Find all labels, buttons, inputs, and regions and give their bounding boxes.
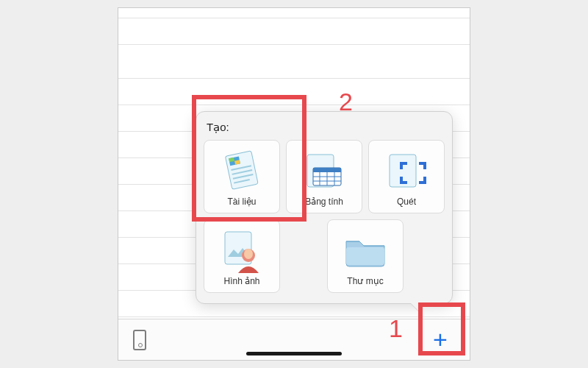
app-frame: Tạo: <box>118 7 470 361</box>
tile-label: Thư mục <box>347 276 383 286</box>
image-person-icon <box>207 224 276 276</box>
tile-document[interactable]: Tài liệu <box>204 140 280 213</box>
document-icon <box>207 145 276 197</box>
tile-label: Hình ảnh <box>223 276 259 286</box>
tile-spreadsheet[interactable]: Bảng tính <box>286 140 362 213</box>
tile-label: Tài liệu <box>227 197 256 207</box>
device-icon[interactable] <box>133 330 146 350</box>
tile-label: Bảng tính <box>305 197 343 207</box>
svg-rect-0 <box>225 151 258 189</box>
popover-title: Tạo: <box>207 121 445 134</box>
svg-rect-20 <box>346 247 384 265</box>
home-indicator[interactable] <box>246 352 342 355</box>
tile-scan[interactable]: Quét <box>368 140 445 213</box>
create-popover: Tạo: <box>196 111 453 304</box>
svg-point-19 <box>244 249 253 259</box>
tile-label: Quét <box>397 197 416 207</box>
spreadsheet-icon <box>290 145 359 197</box>
add-button[interactable]: + <box>426 325 455 354</box>
scan-icon <box>372 145 441 197</box>
tile-folder[interactable]: Thư mục <box>327 219 404 293</box>
tile-image[interactable]: Hình ảnh <box>204 219 280 293</box>
create-grid: Tài liệu <box>204 140 445 293</box>
folder-icon <box>331 224 400 276</box>
